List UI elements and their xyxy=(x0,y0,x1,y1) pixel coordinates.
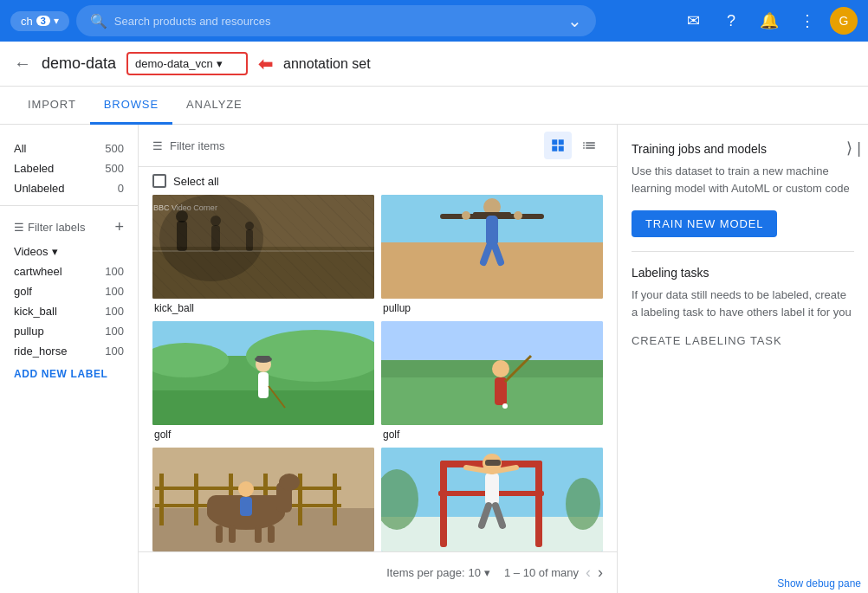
svg-point-35 xyxy=(492,360,509,377)
sidebar-item-cartwheel[interactable]: cartwheel 100 xyxy=(0,261,138,281)
grid-view-btn[interactable] xyxy=(544,132,572,159)
sidebar-item-golf[interactable]: golf 100 xyxy=(0,281,138,301)
list-view-btn[interactable] xyxy=(575,132,603,159)
sidebar-item-unlabeled[interactable]: Unlabeled 0 xyxy=(0,178,138,198)
select-all-row: Select all xyxy=(139,167,617,195)
train-new-model-button[interactable]: TRAIN NEW MODEL xyxy=(632,210,777,237)
sidebar-item-all[interactable]: All 500 xyxy=(0,139,138,158)
unlabeled-label: Unlabeled xyxy=(14,182,65,195)
training-section-title: Training jobs and models xyxy=(632,142,854,156)
help-icon-btn[interactable]: ? xyxy=(716,5,747,36)
back-button[interactable]: ← xyxy=(14,54,31,74)
grid-row-2: golf xyxy=(152,321,603,441)
app-name: ch xyxy=(21,15,33,28)
label-golf2: golf xyxy=(381,429,603,441)
grid-item-golf1[interactable]: golf xyxy=(152,321,374,441)
prev-page-button[interactable]: ‹ xyxy=(586,564,591,582)
grid-item-ridehorse[interactable]: ride_horse xyxy=(152,448,374,551)
annotation-dropdown[interactable]: demo-data_vcn ▾ xyxy=(126,52,248,75)
create-labeling-task-button[interactable]: CREATE LABELING TASK xyxy=(632,334,782,347)
grid-item-kickball[interactable]: ∙ BBC Video Corner xyxy=(152,195,374,314)
svg-point-73 xyxy=(566,478,600,530)
labeled-label: Labeled xyxy=(14,162,54,175)
svg-rect-12 xyxy=(381,242,603,299)
annotation-set-label: annotation set xyxy=(283,56,371,72)
panel-collapse-btn[interactable]: ⟩ | xyxy=(839,132,868,164)
svg-rect-60 xyxy=(381,517,603,551)
svg-point-3 xyxy=(159,195,263,281)
sidebar: All 500 Labeled 500 Unlabeled 0 ☰ Filter… xyxy=(0,125,139,593)
pagination-bar: Items per page: 10 ▾ 1 – 10 of many ‹ › xyxy=(139,551,617,593)
svg-rect-61 xyxy=(440,461,447,547)
sidebar-item-kickball[interactable]: kick_ball 100 xyxy=(0,301,138,321)
svg-point-20 xyxy=(462,211,470,220)
svg-rect-69 xyxy=(485,460,501,466)
search-bar[interactable]: 🔍 Search products and resources ⌄ xyxy=(76,5,596,36)
page-title: demo-data xyxy=(42,55,116,73)
svg-rect-15 xyxy=(486,216,498,246)
tab-browse[interactable]: BROWSE xyxy=(90,87,172,125)
svg-text:∙ BBC Video Corner: ∙ BBC Video Corner xyxy=(152,203,217,212)
labeling-section: Labeling tasks If your data still needs … xyxy=(632,266,854,347)
sidebar-item-ridehorse[interactable]: ride_horse 100 xyxy=(0,341,138,361)
videos-header[interactable]: Videos ▾ xyxy=(0,242,138,261)
app-chip[interactable]: ch 3 ▾ xyxy=(10,11,69,31)
filter-items-label: Filter items xyxy=(170,139,225,152)
svg-rect-66 xyxy=(485,473,499,506)
notifications-icon-btn[interactable]: 🔔 xyxy=(754,5,785,36)
filter-items-btn[interactable]: ☰ Filter items xyxy=(152,139,225,152)
media-grid: ∙ BBC Video Corner xyxy=(139,195,617,551)
grid-item-pullup2[interactable]: pullup xyxy=(381,448,603,551)
app-number: 3 xyxy=(36,16,50,26)
all-label: All xyxy=(14,142,26,155)
grid-item-golf2[interactable]: golf xyxy=(381,321,603,441)
svg-rect-32 xyxy=(381,321,603,360)
tab-import[interactable]: IMPORT xyxy=(14,87,90,125)
labeling-description: If your data still needs to be labeled, … xyxy=(632,287,854,320)
tab-bar: IMPORT BROWSE ANALYZE xyxy=(0,87,868,125)
filter-items-icon: ☰ xyxy=(152,139,163,152)
panel-divider xyxy=(632,251,854,252)
mail-icon-btn[interactable]: ✉ xyxy=(677,5,709,36)
svg-point-21 xyxy=(514,211,522,220)
debug-bar[interactable]: Show debug pane xyxy=(770,574,868,593)
filter-labels-row[interactable]: ☰ Filter labels + xyxy=(0,213,138,242)
svg-rect-31 xyxy=(256,356,270,361)
thumb-golf2 xyxy=(381,321,603,425)
dropdown-arrow-icon: ▾ xyxy=(217,57,223,70)
thumb-golf1 xyxy=(152,321,374,425)
svg-rect-42 xyxy=(194,474,198,525)
svg-point-38 xyxy=(502,403,508,409)
label-kickball: kick_ball xyxy=(152,302,374,314)
sidebar-divider-1 xyxy=(0,205,138,206)
select-all-checkbox[interactable] xyxy=(152,174,166,188)
add-new-label-button[interactable]: ADD NEW LABEL xyxy=(0,361,138,387)
page-range-label: 1 – 10 of many xyxy=(504,566,579,579)
search-expand-icon[interactable]: ⌄ xyxy=(567,10,582,31)
videos-label: Videos xyxy=(14,245,49,258)
svg-rect-28 xyxy=(258,372,269,398)
sidebar-item-pullup[interactable]: pullup 100 xyxy=(0,321,138,341)
more-menu-btn[interactable]: ⋮ xyxy=(792,5,823,36)
grid-item-pullup1[interactable]: pullup xyxy=(381,195,603,314)
label-pullup1: pullup xyxy=(381,302,603,314)
svg-rect-55 xyxy=(255,525,262,543)
labeling-section-title: Labeling tasks xyxy=(632,266,854,280)
add-label-icon[interactable]: + xyxy=(114,218,124,236)
dropdown-value: demo-data_vcn xyxy=(135,57,213,70)
svg-point-8 xyxy=(211,216,221,226)
labeled-count: 500 xyxy=(105,162,124,175)
user-avatar[interactable]: G xyxy=(830,7,858,35)
per-page-value: 10 xyxy=(469,566,481,579)
page-header: ← demo-data demo-data_vcn ▾ ⬅ annotation… xyxy=(0,42,868,87)
svg-rect-9 xyxy=(246,229,253,251)
thumb-pullup1 xyxy=(381,195,603,299)
label-golf1: golf xyxy=(152,429,374,441)
training-description: Use this dataset to train a new machine … xyxy=(632,163,854,197)
search-icon: 🔍 xyxy=(90,13,107,29)
per-page-selector[interactable]: Items per page: 10 ▾ xyxy=(386,566,490,579)
svg-point-57 xyxy=(238,481,254,497)
next-page-button[interactable]: › xyxy=(598,564,603,582)
sidebar-item-labeled[interactable]: Labeled 500 xyxy=(0,158,138,178)
tab-analyze[interactable]: ANALYZE xyxy=(172,87,256,125)
